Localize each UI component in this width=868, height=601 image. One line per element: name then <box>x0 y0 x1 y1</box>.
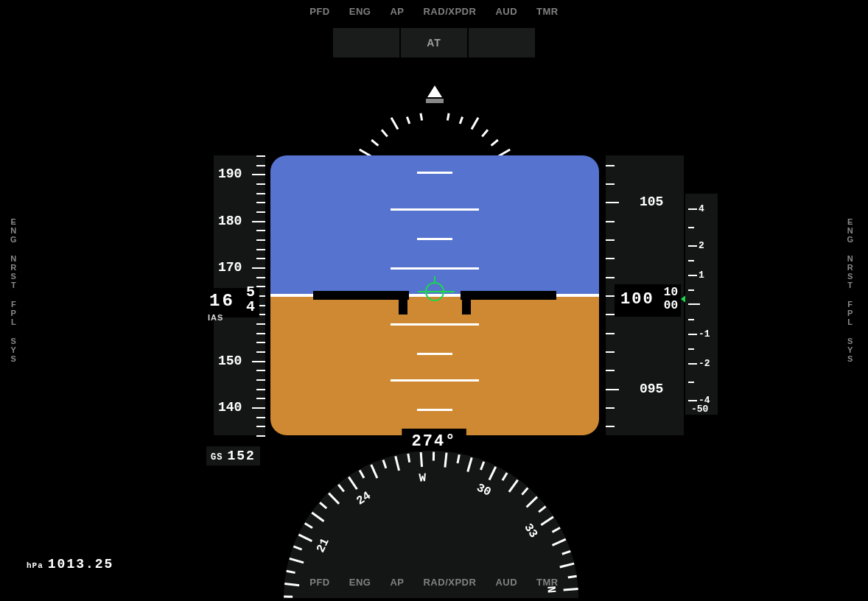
softkey-tmr[interactable]: TMR <box>536 6 559 17</box>
pitch-line <box>391 208 479 211</box>
svg-line-6 <box>447 113 449 121</box>
softkey-ap[interactable]: AP <box>390 6 404 17</box>
slip-skid-indicator <box>426 99 444 103</box>
groundspeed-readout: GS152 <box>206 446 260 465</box>
tab-fpl[interactable]: FPL <box>10 300 18 326</box>
softkey-radxpdr[interactable]: RAD/XPDR <box>423 6 476 17</box>
compass-card: N36E1215S2124W3033 <box>284 451 578 598</box>
attitude-ball <box>270 155 599 435</box>
svg-line-8 <box>472 118 478 130</box>
softkey-tmr-b[interactable]: TMR <box>536 577 559 588</box>
roll-pointer-icon <box>427 85 442 97</box>
baro-unit: hPa <box>27 561 43 570</box>
pitch-line <box>391 323 479 326</box>
softkey-radxpdr-b[interactable]: RAD/XPDR <box>423 577 476 588</box>
vsi-pointer-notch <box>718 297 727 312</box>
ai-ground <box>270 295 599 435</box>
softkey-pfd-b[interactable]: PFD <box>309 577 330 588</box>
softkey-pfd[interactable]: PFD <box>309 6 330 17</box>
tab-eng[interactable]: ENG <box>10 217 18 244</box>
tab-nrst[interactable]: NRST <box>10 254 18 289</box>
aircraft-symbol-left <box>313 291 409 300</box>
svg-line-9 <box>482 130 488 136</box>
annunciator-left <box>333 28 399 57</box>
softkey-aud[interactable]: AUD <box>495 6 517 17</box>
softkey-aud-b[interactable]: AUD <box>495 577 517 588</box>
svg-line-10 <box>491 140 498 146</box>
ias-rolling-digits: 5 4 <box>246 285 255 314</box>
left-page-tabs: ENG NRST FPL SYS <box>10 217 18 373</box>
tab-nrst-r[interactable]: NRST <box>847 254 855 289</box>
ias-high-digits: 16 <box>209 291 235 311</box>
softkey-eng[interactable]: ENG <box>349 6 371 17</box>
pitch-line <box>417 409 452 411</box>
annunciator-row: AT <box>333 28 535 57</box>
bottom-softkey-row: PFD ENG AP RAD/XPDR AUD TMR <box>0 577 868 588</box>
alt-high-digits: 100 <box>620 290 654 309</box>
svg-line-4 <box>407 117 409 124</box>
tab-sys[interactable]: SYS <box>10 337 18 363</box>
annunciator-center: AT <box>401 28 467 57</box>
primary-flight-display: PFD ENG AP RAD/XPDR AUD TMR AT ENG NRST … <box>0 0 868 601</box>
svg-line-5 <box>421 113 422 121</box>
svg-line-1 <box>371 140 378 146</box>
softkey-eng-b[interactable]: ENG <box>349 577 371 588</box>
flight-director-icon <box>425 282 444 301</box>
gs-label: GS <box>211 452 223 463</box>
ias-label: IAS <box>208 313 223 322</box>
svg-line-2 <box>382 130 388 136</box>
pitch-line <box>391 379 479 382</box>
attitude-indicator <box>270 155 599 435</box>
pitch-line <box>417 238 452 240</box>
gs-value: 152 <box>227 449 255 463</box>
vertical-speed-indicator: 421-1-2-4-50 <box>685 194 718 415</box>
pitch-line <box>417 353 452 355</box>
alt-rolling-digits: 10 00 <box>664 286 678 312</box>
altitude-readout: 100 10 00 <box>615 284 681 317</box>
svg-line-3 <box>391 118 398 130</box>
pitch-line <box>391 267 479 270</box>
tab-eng-r[interactable]: ENG <box>847 217 855 244</box>
softkey-ap-b[interactable]: AP <box>390 577 404 588</box>
ai-sky <box>270 155 599 295</box>
pitch-line <box>417 172 452 174</box>
baro-setting: hPa1013.25 <box>27 557 113 572</box>
tab-fpl-r[interactable]: FPL <box>847 300 855 326</box>
aircraft-symbol-right <box>461 291 556 300</box>
right-page-tabs: ENG NRST FPL SYS <box>847 217 855 373</box>
tab-sys-r[interactable]: SYS <box>847 337 855 363</box>
baro-value: 1013.25 <box>48 557 114 572</box>
compass-rose: N36E1215S2124W3033 <box>284 451 578 598</box>
annunciator-right <box>469 28 535 57</box>
svg-line-7 <box>460 117 462 124</box>
top-softkey-row: PFD ENG AP RAD/XPDR AUD TMR <box>0 6 868 17</box>
